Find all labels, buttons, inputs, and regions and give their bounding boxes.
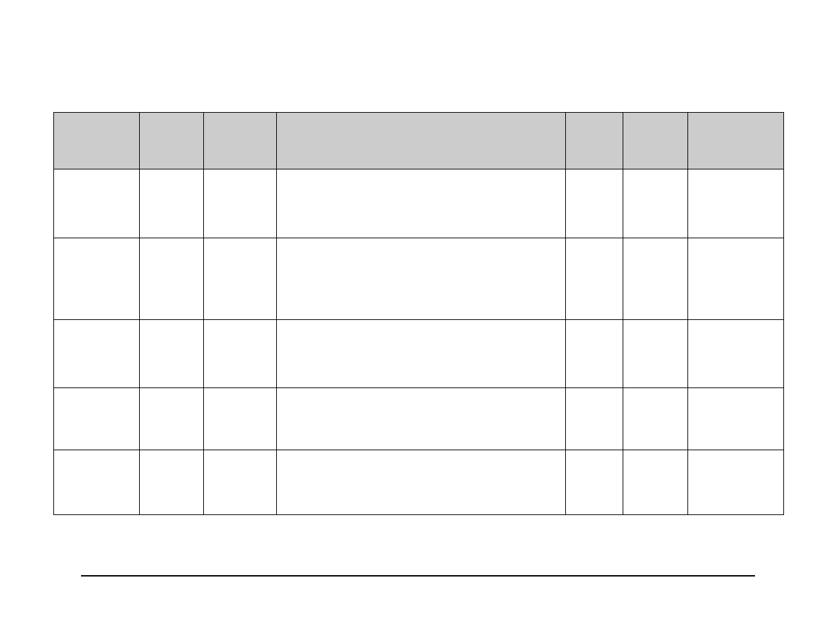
footer-divider <box>81 575 755 576</box>
table-row <box>54 388 784 450</box>
table-cell <box>688 238 784 320</box>
table-cell <box>277 169 566 238</box>
table-header-cell <box>277 113 566 169</box>
table-cell <box>204 169 277 238</box>
table-cell <box>140 450 204 515</box>
table-cell <box>277 238 566 320</box>
table-cell <box>688 169 784 238</box>
table-cell <box>566 169 623 238</box>
table-cell <box>688 320 784 388</box>
table-cell <box>688 450 784 515</box>
table-cell <box>277 388 566 450</box>
data-table <box>53 112 784 515</box>
table-cell <box>54 169 140 238</box>
table-header-row <box>54 113 784 169</box>
table-row <box>54 238 784 320</box>
table-cell <box>566 450 623 515</box>
table-cell <box>566 238 623 320</box>
table-cell <box>623 238 688 320</box>
table-header-cell <box>688 113 784 169</box>
table-header-cell <box>623 113 688 169</box>
table-cell <box>140 238 204 320</box>
table-cell <box>623 388 688 450</box>
table-cell <box>204 388 277 450</box>
table-header-cell <box>566 113 623 169</box>
table-cell <box>54 320 140 388</box>
table-cell <box>140 388 204 450</box>
table-cell <box>140 169 204 238</box>
table-cell <box>204 320 277 388</box>
table-cell <box>277 320 566 388</box>
table-cell <box>204 450 277 515</box>
table-cell <box>140 320 204 388</box>
table-cell <box>623 450 688 515</box>
table-row <box>54 169 784 238</box>
table-cell <box>566 320 623 388</box>
table-header-cell <box>140 113 204 169</box>
table-cell <box>204 238 277 320</box>
table-header-cell <box>54 113 140 169</box>
table-cell <box>54 450 140 515</box>
table-cell <box>566 388 623 450</box>
table-cell <box>277 450 566 515</box>
table-cell <box>54 238 140 320</box>
table-row <box>54 320 784 388</box>
table-cell <box>623 320 688 388</box>
table-cell <box>688 388 784 450</box>
page <box>0 0 834 644</box>
table-header-cell <box>204 113 277 169</box>
table-cell <box>54 388 140 450</box>
table-cell <box>623 169 688 238</box>
table-row <box>54 450 784 515</box>
